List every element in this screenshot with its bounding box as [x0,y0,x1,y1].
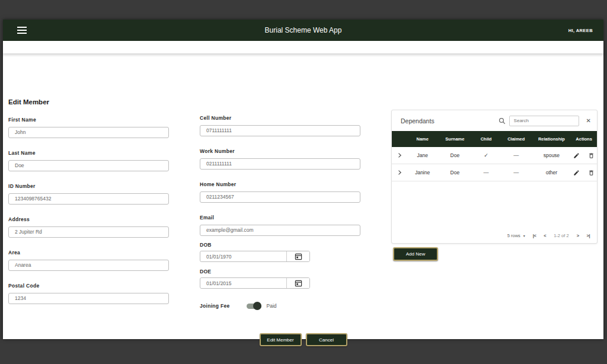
edit-member-button[interactable]: Edit Member [260,333,302,346]
field-address: Address [8,216,169,238]
address-label: Address [8,216,169,222]
chevron-down-icon: ▾ [523,234,525,238]
table-row: Jane Doe ✓ — spouse [392,147,597,164]
col-actions: Actions [571,136,597,142]
field-id-number: ID Number [8,183,169,205]
field-doe: DOE [200,269,360,289]
field-postal-code: Postal Code [8,283,169,304]
id-number-input[interactable] [8,193,169,205]
field-email: Email [200,215,360,236]
joining-fee-status: Paid [267,303,277,309]
field-first-name: First Name [8,117,169,138]
cell-surname: Doe [438,152,472,158]
cell-surname: Doe [438,170,472,175]
cell-claimed-dash-icon: — [500,152,532,158]
work-number-label: Work Number [200,148,360,154]
doe-input[interactable] [200,278,286,288]
col-claimed: Claimed [500,136,532,142]
sub-header [3,41,603,53]
home-number-label: Home Number [200,181,360,187]
rows-per-page-value: 5 rows [507,233,520,238]
col-name: Name [407,136,438,142]
cell-name: Janine [407,170,438,175]
first-name-input[interactable] [8,127,169,138]
doe-label: DOE [200,269,360,274]
app-header: Burial Scheme Web App HI, AREEB [3,20,603,41]
field-cell-number: Cell Number [200,115,360,136]
address-input[interactable] [8,226,169,238]
postal-code-input[interactable] [8,293,169,304]
close-icon[interactable]: ✕ [586,118,591,124]
field-home-number: Home Number [200,181,360,203]
page-title: Edit Member [8,98,49,106]
next-page-icon[interactable]: > [577,233,579,238]
cell-relationship: spouse [532,152,571,158]
expand-row-icon[interactable] [392,152,407,159]
delete-row-icon[interactable] [588,170,595,176]
add-new-button[interactable]: Add New [393,247,438,261]
dependants-title: Dependants [401,117,435,124]
search-icon [499,117,506,124]
expand-row-icon[interactable] [392,169,407,176]
edit-row-icon[interactable] [573,152,580,159]
cell-child-dash-icon: — [472,170,500,175]
dependants-table-header: Name Surname Child Claimed Relationship … [392,131,597,147]
work-number-input[interactable] [200,158,360,170]
field-dob: DOB [200,242,360,262]
table-row: Janine Doe — — other [392,164,597,181]
dob-calendar-icon[interactable] [286,251,309,261]
dob-input[interactable] [200,251,286,261]
form-actions: Edit Member Cancel [3,333,603,346]
cancel-button[interactable]: Cancel [306,333,347,346]
edit-row-icon[interactable] [573,170,580,176]
id-number-label: ID Number [8,183,169,189]
dependants-header: Dependants ✕ [392,110,597,131]
page-range: 1-2 of 2 [554,233,568,238]
app-window: Burial Scheme Web App HI, AREEB Edit Mem… [3,20,603,339]
cell-number-label: Cell Number [200,115,360,121]
doe-calendar-icon[interactable] [286,278,309,288]
prev-page-icon[interactable]: < [544,233,546,238]
first-name-label: First Name [8,117,169,123]
app-title: Burial Scheme Web App [3,26,603,34]
email-field[interactable] [200,225,360,236]
field-last-name: Last Name [8,150,169,171]
cell-name: Jane [407,152,438,158]
field-work-number: Work Number [200,148,360,170]
last-name-label: Last Name [8,150,169,156]
joining-fee-row: Joining Fee Paid [200,303,277,309]
email-label: Email [200,215,360,221]
cell-relationship: other [532,170,571,175]
cell-claimed-dash-icon: — [500,170,532,175]
rows-per-page-select[interactable]: 5 rows ▾ [507,233,525,238]
dependants-panel: Dependants ✕ Name Surname Child Claimed … [391,110,598,244]
pagination-bar: 5 rows ▾ |< < 1-2 of 2 > >| [392,228,597,243]
delete-row-icon[interactable] [588,152,595,159]
postal-code-label: Postal Code [8,283,169,289]
last-name-input[interactable] [8,160,169,171]
cell-child-check-icon: ✓ [472,152,500,158]
joining-fee-toggle[interactable] [247,303,261,309]
search-input[interactable] [509,116,579,126]
field-area: Area [8,250,169,271]
area-label: Area [8,250,169,256]
col-child: Child [472,136,500,142]
first-page-icon[interactable]: |< [533,233,536,238]
last-page-icon[interactable]: >| [587,233,590,238]
edit-member-page: Edit Member First Name Last Name ID Numb… [3,53,603,339]
col-surname: Surname [438,136,472,142]
home-number-input[interactable] [200,191,360,203]
joining-fee-label: Joining Fee [200,303,230,309]
col-relationship: Relationship [532,136,571,142]
dob-label: DOB [200,242,360,248]
cell-number-input[interactable] [200,125,360,136]
area-input[interactable] [8,260,169,271]
